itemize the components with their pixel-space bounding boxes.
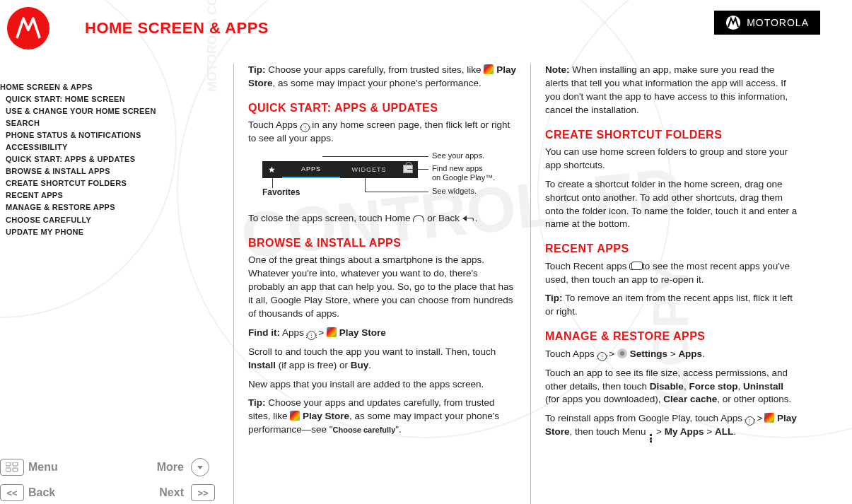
folders-p2: To create a shortcut folder in the home … [545,178,799,232]
column-2: Note: When installing an app, make sure … [530,64,813,504]
bottom-nav: Menu More << Back Next >> [0,456,219,504]
svg-rect-1 [6,462,11,466]
toc-item[interactable]: Phone status & notifications [0,129,233,141]
choose-carefully-link[interactable]: Choose carefully [333,426,396,434]
tip-label: Tip: [248,64,266,75]
find-it: Find it: Apps ⋮⋮⋮ > Play Store [248,327,516,340]
column-1: Tip: Choose your apps carefully, from tr… [233,64,530,504]
brand-badge: MOTOROLA [714,11,820,35]
folders-p1: You can use home screen folders to group… [545,146,799,172]
back-icon[interactable]: << [0,484,24,501]
heading-browse: Browse & install apps [248,235,516,251]
menu-icon[interactable] [0,459,24,476]
more-icon[interactable] [191,458,209,476]
toc-top[interactable]: Home screen & apps [0,81,233,93]
tip2: Tip: Choose your apps and updates carefu… [248,397,516,437]
back-button[interactable]: Back [28,486,110,499]
favorites-label: Favorites [262,187,300,199]
back-arrow-icon [462,215,475,222]
svg-marker-5 [197,466,203,469]
brand-text: MOTOROLA [747,17,809,28]
heading-recent: Recent apps [545,241,799,257]
apps-grid-icon: ⋮⋮⋮ [597,352,607,361]
settings-icon [617,348,627,358]
heading-manage: Manage & restore apps [545,329,799,344]
page-title: HOME SCREEN & APPS [85,19,269,37]
toc-item[interactable]: Recent apps [0,189,233,201]
apps-tab: APPS [282,161,340,178]
favorites-star-icon: ★ [262,164,282,176]
next-icon[interactable]: >> [191,484,215,501]
toc-item[interactable]: Accessibility [0,141,233,153]
apps-grid-icon: ⋮⋮⋮ [307,331,316,340]
menu-button[interactable]: Menu [28,461,110,474]
apps-tab-bar: ★ APPS WIDGETS [262,161,418,178]
play-store-icon [484,64,494,74]
motorola-m-icon [725,15,741,30]
apps-bar-diagram: ★ APPS WIDGETS See your apps. Find new a… [262,151,516,208]
quick-start-text: Touch Apps ⋮⋮⋮ in any home screen page, … [248,119,516,146]
toc-item[interactable]: Quick start: Apps & updates [0,153,233,165]
toc-item[interactable]: Use & change your home screen [0,105,233,117]
toc-item[interactable]: Manage & restore apps [0,201,233,213]
recent-tip: Tip: To remove an item from the recent a… [545,292,799,319]
play-store-icon [327,327,337,337]
heading-quick-start: Quick start: Apps & updates [248,100,516,116]
table-of-contents: Home screen & apps Quick start: Home scr… [0,81,233,238]
apps-grid-icon: ⋮⋮⋮ [300,123,310,132]
recent-p1: Touch Recent apps to see the most recent… [545,260,799,287]
manage-p1: Touch Apps ⋮⋮⋮ > Settings > Apps. [545,348,799,361]
svg-rect-3 [6,468,11,471]
shop-icon [398,165,418,175]
tip-paragraph: Tip: Choose your apps carefully, from tr… [248,64,516,90]
callout-widgets: See widgets. [432,187,477,196]
play-store-icon [290,411,300,421]
motorola-logo-icon [7,7,49,49]
apps-grid-icon: ⋮⋮⋮ [745,416,754,426]
toc-item[interactable]: Quick start: Home screen [0,93,233,105]
home-icon [413,215,424,222]
text: Choose your apps carefully, from trusted… [266,64,484,75]
play-store-icon [764,413,774,423]
widgets-tab: WIDGETS [340,165,398,175]
next-button[interactable]: Next [110,486,191,499]
more-button[interactable]: More [110,461,191,474]
callout-play: Find new appson Google Play™. [432,164,495,182]
heading-folders: Create shortcut folders [545,127,799,143]
close-apps-text: To close the apps screen, touch Home or … [248,212,516,225]
recent-apps-icon [629,263,639,270]
toc-item[interactable]: Create shortcut folders [0,177,233,189]
toc-item[interactable]: Choose carefully [0,214,233,226]
browse-p1: One of the great things about a smartpho… [248,254,516,320]
browse-p2: Scroll to and touch the app you want to … [248,346,516,373]
svg-rect-4 [13,468,18,471]
manage-p3: To reinstall apps from Google Play, touc… [545,412,799,443]
note-paragraph: Note: When installing an app, make sure … [545,64,799,117]
toc-item[interactable]: Browse & install apps [0,165,233,177]
svg-rect-2 [13,462,18,466]
manage-p2: Touch an app to see its file size, acces… [545,367,799,407]
browse-p3: New apps that you install are added to t… [248,378,516,392]
toc-item[interactable]: Search [0,117,233,129]
toc-item[interactable]: Update my phone [0,226,233,238]
callout-apps: See your apps. [432,151,484,160]
text: , as some may impact your phone's perfor… [273,78,482,88]
